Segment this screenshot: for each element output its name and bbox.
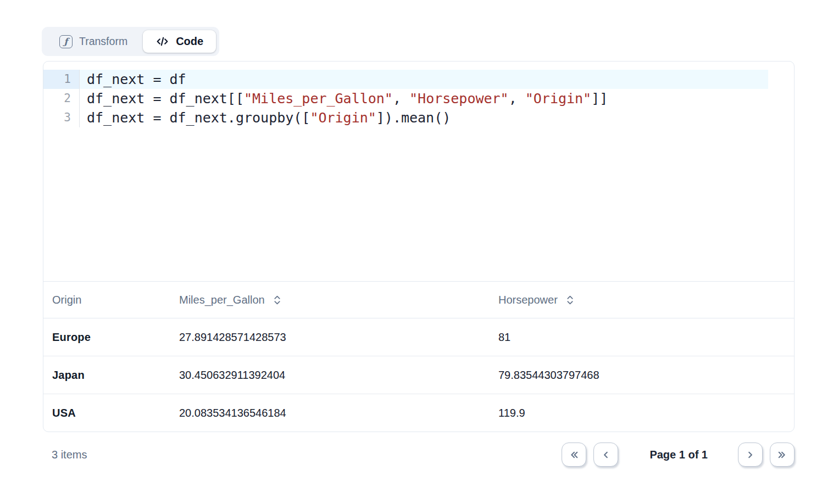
cell-miles-per-gallon: 30.450632911392404 [170, 369, 490, 382]
table-row: USA 20.083534136546184 119.9 [43, 394, 794, 432]
code-editor[interactable]: 1 2 3 df_next = df df_next = df_next[["M… [43, 61, 794, 282]
cell-origin: USA [43, 407, 170, 419]
code-token: ]).mean() [376, 110, 451, 126]
column-label: Miles_per_Gallon [179, 294, 265, 306]
column-header-miles-per-gallon[interactable]: Miles_per_Gallon [170, 294, 490, 306]
chevrons-left-icon [568, 449, 580, 461]
code-token: ]] [591, 91, 608, 107]
next-page-button[interactable] [738, 443, 763, 467]
editor-gutter: 1 2 3 [43, 70, 80, 127]
line-number: 3 [43, 108, 79, 127]
string-token: "Horsepower" [409, 91, 509, 107]
tab-code-label: Code [176, 35, 203, 48]
cell-miles-per-gallon: 20.083534136546184 [170, 407, 490, 419]
table-row: Japan 30.450632911392404 79.835443037974… [43, 356, 794, 394]
tab-transform-label: Transform [79, 35, 127, 48]
code-token: df_next = df_next.groupby([ [87, 110, 310, 126]
sort-icon[interactable] [565, 295, 575, 305]
result-table: Origin Miles_per_Gallon Horsepower [43, 282, 794, 432]
column-label: Horsepower [498, 294, 558, 306]
code-transform-panel: 1 2 3 df_next = df df_next = df_next[["M… [43, 61, 795, 432]
cell-origin: Japan [43, 369, 170, 382]
string-token: "Miles_per_Gallon" [244, 91, 393, 107]
table-header-row: Origin Miles_per_Gallon Horsepower [43, 282, 794, 318]
sort-icon[interactable] [273, 295, 282, 305]
cell-horsepower: 81 [490, 331, 794, 344]
line-number: 2 [43, 89, 79, 108]
string-token: "Origin" [310, 110, 376, 126]
code-token: , [509, 91, 525, 107]
last-page-button[interactable] [770, 443, 795, 467]
previous-page-button[interactable] [593, 443, 618, 467]
function-icon: ƒ [59, 35, 73, 48]
code-icon [156, 35, 169, 48]
code-token: df_next = df_next[[ [87, 91, 244, 107]
column-label: Origin [52, 294, 81, 306]
page-indicator: Page 1 of 1 [649, 449, 708, 461]
table-row: Europe 27.891428571428573 81 [43, 318, 794, 356]
editor-content[interactable]: df_next = df df_next = df_next[["Miles_p… [80, 70, 794, 281]
cell-horsepower: 119.9 [490, 407, 794, 419]
cell-horsepower: 79.83544303797468 [490, 369, 794, 382]
column-header-origin: Origin [43, 294, 170, 306]
cell-origin: Europe [43, 331, 170, 344]
chevrons-right-icon [776, 449, 788, 461]
view-mode-tabbar: ƒ Transform Code [42, 27, 219, 56]
chevron-left-icon [600, 449, 612, 461]
code-line-3[interactable]: df_next = df_next.groupby(["Origin"]).me… [80, 108, 794, 127]
string-token: "Origin" [525, 91, 591, 107]
code-line-2[interactable]: df_next = df_next[["Miles_per_Gallon", "… [80, 89, 794, 108]
code-token: df_next = df [87, 71, 186, 87]
code-token: , [393, 91, 409, 107]
first-page-button[interactable] [562, 443, 586, 467]
line-number: 1 [43, 70, 79, 89]
tab-code[interactable]: Code [143, 30, 216, 53]
chevron-right-icon [745, 449, 756, 461]
pagination: Page 1 of 1 [562, 443, 795, 467]
table-footer: 3 items Page 1 of 1 [43, 439, 795, 470]
cell-miles-per-gallon: 27.891428571428573 [170, 331, 490, 344]
column-header-horsepower[interactable]: Horsepower [490, 294, 794, 306]
items-count: 3 items [43, 449, 87, 461]
code-line-1[interactable]: df_next = df [80, 70, 768, 89]
tab-transform[interactable]: ƒ Transform [45, 30, 143, 53]
